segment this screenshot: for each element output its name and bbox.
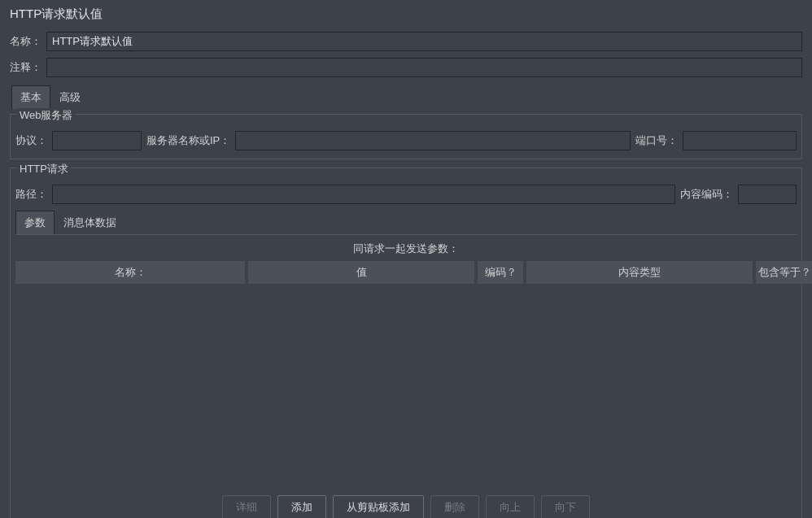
up-button: 向上 [486,495,535,518]
tab-advanced[interactable]: 高级 [50,85,89,109]
add-button[interactable]: 添加 [277,495,326,518]
encoding-input[interactable] [738,185,797,204]
protocol-label: 协议： [15,133,47,148]
http-request-fieldset: HTTP请求 路径： 内容编码： 参数 消息体数据 同请求一起发送参数： 名称：… [10,168,802,518]
params-table-header: 名称： 值 编码？ 内容类型 包含等于？ [15,261,797,284]
web-server-fieldset: Web服务器 协议： 服务器名称或IP： 端口号： [10,114,802,159]
protocol-input[interactable] [52,131,142,150]
add-from-clipboard-button[interactable]: 从剪贴板添加 [333,495,424,518]
down-button: 向下 [541,495,590,518]
delete-button: 删除 [430,495,479,518]
params-table-body[interactable] [15,284,797,489]
encoding-label: 内容编码： [680,187,733,202]
server-input[interactable] [235,131,631,150]
comment-label: 注释： [10,60,41,75]
params-title: 同请求一起发送参数： [15,235,797,261]
web-server-legend: Web服务器 [17,108,76,123]
comment-input[interactable] [46,58,802,77]
col-header-include-equals[interactable]: 包含等于？ [756,261,812,284]
col-header-encode[interactable]: 编码？ [478,261,523,284]
detail-button: 详细 [222,495,271,518]
col-header-name[interactable]: 名称： [15,261,245,284]
server-label: 服务器名称或IP： [146,133,230,148]
path-label: 路径： [15,187,47,202]
name-input[interactable] [46,32,802,51]
col-header-value[interactable]: 值 [248,261,474,284]
port-label: 端口号： [635,133,678,148]
path-input[interactable] [52,185,675,204]
sub-tab-params[interactable]: 参数 [15,211,55,234]
col-header-content-type[interactable]: 内容类型 [526,261,753,284]
page-title: HTTP请求默认值 [0,0,812,28]
port-input[interactable] [683,131,797,150]
http-request-legend: HTTP请求 [17,162,71,176]
tab-basic[interactable]: 基本 [11,85,50,109]
sub-tab-body[interactable]: 消息体数据 [55,211,125,234]
name-label: 名称： [10,34,41,49]
